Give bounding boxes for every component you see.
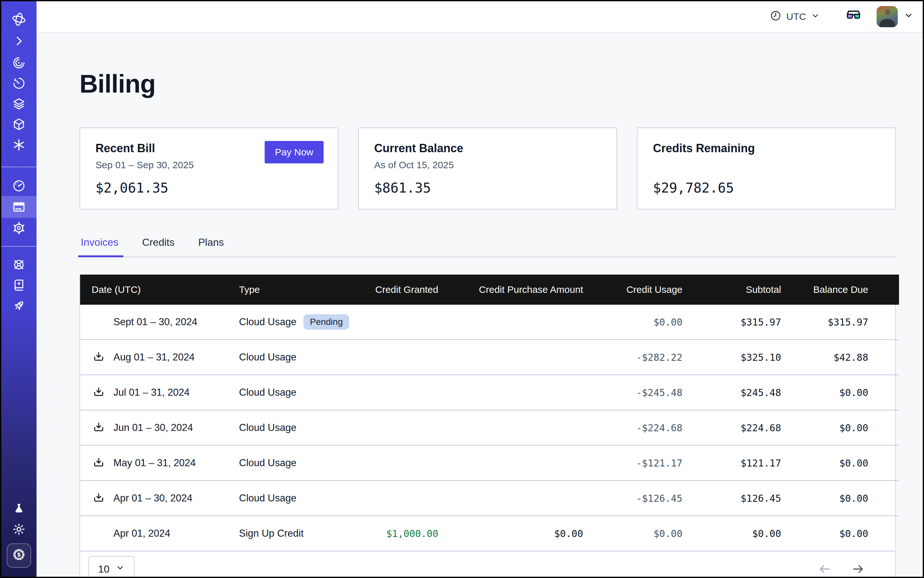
balance-due-value: $0.00 xyxy=(782,516,899,551)
book-sparkle-icon xyxy=(12,278,26,292)
credit-granted-value xyxy=(371,305,439,339)
subtotal-value: $245.48 xyxy=(683,375,782,410)
balance-due-value: $42.88 xyxy=(782,339,899,375)
credit-usage-value: -$282.22 xyxy=(584,339,683,375)
invoice-date: Jul 01 – 31, 2024 xyxy=(114,387,190,398)
credits-remaining-card: Credits Remaining $29,782.65 xyxy=(637,128,896,209)
tab-plans[interactable]: Plans xyxy=(197,237,225,257)
timezone-selector[interactable]: UTC xyxy=(770,10,820,24)
pay-now-button[interactable]: Pay Now xyxy=(265,141,323,163)
column-subtotal: Subtotal xyxy=(683,274,782,305)
invoice-type: Cloud Usage xyxy=(239,492,296,504)
sidebar-item-collapse[interactable] xyxy=(1,31,37,50)
invoices-table: Date (UTC) Type Credit Granted Credit Pu… xyxy=(80,274,896,577)
invoice-date: Jun 01 – 30, 2024 xyxy=(114,422,193,434)
tab-credits[interactable]: Credits xyxy=(141,237,175,257)
current-balance-card: Current Balance As of Oct 15, 2025 $861.… xyxy=(358,128,617,209)
sidebar-item-docs[interactable] xyxy=(1,275,37,295)
sidebar-item-launch[interactable] xyxy=(1,295,37,316)
credit-usage-value: -$126.45 xyxy=(584,481,683,516)
invoice-date: May 01 – 31, 2024 xyxy=(114,457,196,469)
invoice-date: Aug 01 – 31, 2024 xyxy=(114,351,195,363)
sidebar-item-support[interactable] xyxy=(1,254,37,275)
balance-due-value: $0.00 xyxy=(782,481,899,516)
glasses-button[interactable] xyxy=(844,8,862,26)
glasses-icon xyxy=(844,8,862,26)
download-invoice-icon[interactable] xyxy=(92,351,105,364)
page-size-value: 10 xyxy=(98,563,110,575)
download-invoice-icon[interactable] xyxy=(92,456,105,469)
next-page-button[interactable] xyxy=(851,562,866,576)
billing-tabs: Invoices Credits Plans xyxy=(80,237,896,257)
topbar: UTC xyxy=(37,1,923,32)
balance-due-value: $0.00 xyxy=(782,410,899,445)
credit-granted-value xyxy=(371,410,439,445)
sidebar-item-trace[interactable] xyxy=(1,52,37,73)
page-size-select[interactable]: 10 xyxy=(88,556,135,577)
table-row: Apr 01 – 30, 2024 Cloud Usage -$126.45 $… xyxy=(80,481,899,516)
dollar-badge-icon: $ xyxy=(12,547,26,564)
chevron-right-icon xyxy=(13,35,25,47)
download-invoice-icon[interactable] xyxy=(92,386,105,399)
invoice-type: Sign Up Credit xyxy=(239,528,304,539)
status-badge: Pending xyxy=(304,314,349,330)
invoice-type: Cloud Usage xyxy=(239,351,296,363)
credit-granted-value xyxy=(371,481,439,516)
sun-icon xyxy=(12,523,26,536)
app-root: $ UTC Billing Recent Bill Sep xyxy=(0,0,924,578)
sidebar-divider xyxy=(1,167,37,167)
card-amount: $29,782.65 xyxy=(653,180,880,196)
download-invoice-icon[interactable] xyxy=(92,421,105,434)
cube-icon xyxy=(12,117,26,132)
credit-purchase-value xyxy=(439,410,584,445)
sidebar-item-functions[interactable] xyxy=(1,135,37,155)
sidebar-item-theme[interactable] xyxy=(1,519,37,539)
credits-button[interactable]: $ xyxy=(7,543,31,568)
sidebar-item-layers[interactable] xyxy=(1,94,37,114)
svg-text:$: $ xyxy=(17,551,21,558)
summary-cards: Recent Bill Sep 01 – Sep 30, 2025 $2,061… xyxy=(80,128,896,209)
credit-purchase-value xyxy=(439,481,584,516)
balance-due-value: $0.00 xyxy=(782,445,899,481)
sidebar-item-dashboard[interactable] xyxy=(1,175,37,196)
column-type: Type xyxy=(239,274,371,305)
avatar xyxy=(877,6,898,27)
invoice-type: Cloud Usage xyxy=(239,387,296,398)
table-row: Jul 01 – 31, 2024 Cloud Usage -$245.48 $… xyxy=(80,375,899,410)
table-row: Apr 01, 2024 Sign Up Credit $1,000.00 $0… xyxy=(80,516,899,551)
invoice-type: Cloud Usage xyxy=(239,316,296,328)
column-credit-purchase: Credit Purchase Amount xyxy=(439,274,584,305)
credit-granted-value xyxy=(371,339,439,375)
chevron-down-icon xyxy=(115,563,125,575)
previous-page-button[interactable] xyxy=(817,562,832,576)
table-row: Sept 01 – 30, 2024 Cloud Usage Pending $… xyxy=(80,305,899,339)
balance-due-value: $0.00 xyxy=(782,375,899,410)
page-title: Billing xyxy=(80,69,896,99)
recent-bill-card: Recent Bill Sep 01 – Sep 30, 2025 $2,061… xyxy=(80,128,338,209)
card-title: Credits Remaining xyxy=(653,141,880,155)
subtotal-value: $224.68 xyxy=(683,410,782,445)
tab-invoices[interactable]: Invoices xyxy=(80,237,120,257)
credit-usage-value: $0.00 xyxy=(584,516,683,551)
card-amount: $861.35 xyxy=(374,180,601,196)
credit-granted-value xyxy=(371,445,439,481)
sidebar-item-billing[interactable] xyxy=(1,196,37,218)
flask-icon xyxy=(13,502,25,515)
pagination-bar: 10 xyxy=(80,551,895,577)
sidebar: $ xyxy=(1,1,37,577)
subtotal-value: $0.00 xyxy=(683,516,782,551)
account-menu[interactable] xyxy=(877,6,914,27)
logo-orbit-icon xyxy=(11,11,27,28)
sidebar-item-history[interactable] xyxy=(1,73,37,94)
sidebar-item-packages[interactable] xyxy=(1,114,37,135)
sidebar-item-labs[interactable] xyxy=(1,498,37,519)
sidebar-item-settings[interactable] xyxy=(1,218,37,239)
credit-granted-value xyxy=(371,375,439,410)
invoice-rows: Sept 01 – 30, 2024 Cloud Usage Pending $… xyxy=(80,305,899,551)
sidebar-item-logo[interactable] xyxy=(1,10,37,29)
invoice-type: Cloud Usage xyxy=(239,422,296,434)
chevron-down-icon xyxy=(810,11,820,23)
invoice-date: Apr 01, 2024 xyxy=(114,528,171,539)
download-invoice-icon[interactable] xyxy=(92,492,105,505)
table-row: Jun 01 – 30, 2024 Cloud Usage -$224.68 $… xyxy=(80,410,899,445)
